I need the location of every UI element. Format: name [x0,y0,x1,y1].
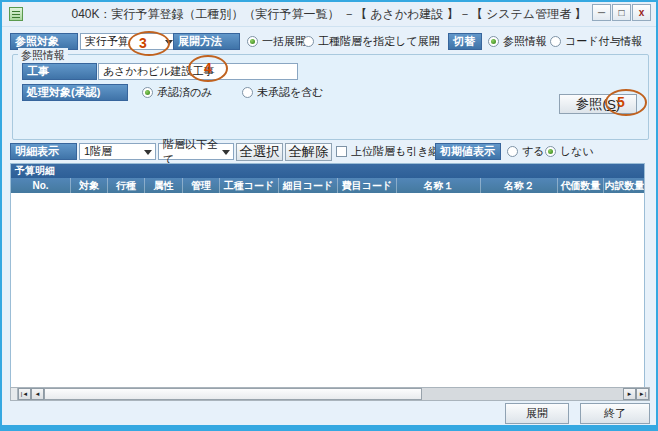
column-header[interactable]: 属性 [145,178,183,193]
initial-value-display-label: 初期値表示 [435,143,501,160]
scrollbar-thumb[interactable] [44,388,422,400]
radio-icon [142,87,153,98]
column-header[interactable]: 工種コード [220,178,279,193]
radio-include-unapproved[interactable]: 未承認を含む [242,84,324,101]
app-icon [9,7,23,21]
radio-initial-yes[interactable]: する [507,143,545,160]
radio-specify-hierarchy-expand[interactable]: 工種階層を指定して展開 [303,33,440,50]
scrollbar-corner [11,388,18,400]
column-header[interactable]: 名称２ [481,178,558,193]
column-header[interactable]: 行種 [108,178,145,193]
scroll-prev-icon[interactable]: ◄ [31,388,44,400]
radio-icon [545,146,556,157]
radio-approved-only[interactable]: 承認済のみ [142,84,213,101]
column-header[interactable]: 費目コード [338,178,397,193]
inherit-upper-hierarchy-checkbox[interactable]: 上位階層も引き継ぐ [336,143,451,160]
reference-info-group-title: 参照情報 [18,48,68,63]
table-body [11,193,644,400]
scroll-next-icon[interactable]: ► [623,388,636,400]
table-header-row: No.対象行種属性管理工種コード細目コード費目コード名称１名称２代価数量内訳数量… [11,178,644,193]
column-header[interactable]: 対象 [71,178,108,193]
radio-icon [507,146,518,157]
annotation-circle-3: 3 [128,31,170,56]
annotation-circle-5: 5 [605,89,647,116]
radio-icon [247,36,258,47]
title-bar: 040K：実行予算登録（工種別）（実行予算一覧） －【 あさかわ建設 】－【 シ… [2,2,656,27]
clear-all-button[interactable]: 全解除 [285,143,332,161]
minimize-button[interactable]: ─ [592,4,611,21]
hierarchy-scope-select[interactable]: 階層以下全て [158,143,234,160]
reference-target-value: 実行予算 [85,34,129,49]
horizontal-scrollbar[interactable]: |◄ ◄ ► ►| [10,387,650,401]
column-header[interactable]: 管理 [183,178,220,193]
exit-button[interactable]: 終了 [580,403,650,424]
window-title: 040K：実行予算登録（工種別）（実行予算一覧） －【 あさかわ建設 】－【 シ… [2,6,656,23]
radio-icon [242,87,253,98]
close-button[interactable]: x [632,4,651,21]
chevron-down-icon[interactable] [144,150,152,155]
table-title: 予算明細 [11,164,644,178]
switch-label: 切替 [448,33,482,50]
radio-code-info[interactable]: コード付与情報 [550,33,643,50]
select-all-button[interactable]: 全選択 [236,143,283,161]
column-header[interactable]: 名称１ [397,178,481,193]
radio-initial-no[interactable]: しない [545,143,594,160]
radio-icon [488,36,499,47]
maximize-button[interactable]: □ [612,4,631,21]
radio-icon [550,36,561,47]
approval-target-label: 処理対象(承認) [22,84,128,101]
budget-detail-table: 予算明細 No.対象行種属性管理工種コード細目コード費目コード名称１名称２代価数… [10,163,645,401]
expand-method-label: 展開方法 [173,33,240,50]
scrollbar-track[interactable] [422,388,623,400]
column-header[interactable]: No. [11,178,71,193]
detail-display-label: 明細表示 [10,143,77,160]
radio-icon [303,36,314,47]
app-window: 040K：実行予算登録（工種別）（実行予算一覧） －【 あさかわ建設 】－【 シ… [0,0,658,431]
radio-batch-expand[interactable]: 一括展開 [247,33,306,50]
column-header[interactable]: 代価数量 [558,178,604,193]
hierarchy-level-select[interactable]: 1階層 [79,143,156,160]
scroll-first-icon[interactable]: |◄ [18,388,31,400]
expand-button[interactable]: 展開 [505,403,569,424]
radio-reference-info[interactable]: 参照情報 [488,33,547,50]
chevron-down-icon[interactable] [222,150,230,155]
column-header[interactable]: 細目コード [279,178,338,193]
checkbox-icon [336,146,347,157]
annotation-circle-4: 4 [188,55,228,82]
scroll-last-icon[interactable]: ►| [636,388,649,400]
project-label: 工事 [22,63,97,80]
column-header[interactable]: 内訳数量 [604,178,644,193]
